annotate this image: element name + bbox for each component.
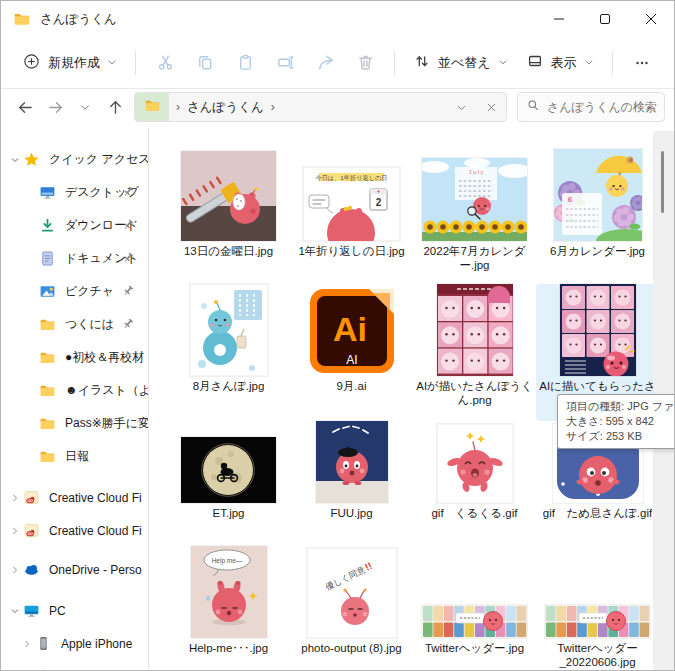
search-input[interactable] — [547, 100, 659, 114]
chevron-right-icon[interactable] — [7, 525, 23, 537]
file-tile[interactable]: FUU.jpg — [290, 421, 413, 546]
rename-button[interactable] — [265, 45, 305, 81]
file-tile[interactable]: ET.jpg — [167, 421, 290, 546]
forward-button[interactable] — [40, 92, 70, 122]
file-thumbnail: 優しく同意!! — [290, 546, 413, 638]
file-name: 2022年7月カレンダー.jpg — [414, 244, 535, 272]
file-name: FUU.jpg — [330, 506, 372, 520]
file-tile[interactable]: Twitterヘッダー.jpg — [413, 546, 536, 671]
breadcrumb-chevron-icon[interactable]: › — [271, 100, 275, 114]
file-tile[interactable]: 今日は、1年折り返しの日21年折り返しの日.jpg — [290, 149, 413, 284]
chevron-down-icon — [584, 55, 594, 70]
back-button[interactable] — [10, 92, 40, 122]
cut-button[interactable] — [145, 45, 185, 81]
file-tile[interactable]: 8月さんぽ.jpg — [167, 284, 290, 421]
sidebar-item-pc[interactable]: PC — [1, 594, 148, 627]
phone-icon — [35, 635, 52, 652]
file-tile[interactable]: J u l y2022年7月カレンダー.jpg — [413, 149, 536, 284]
chevron-down-icon — [107, 55, 117, 70]
sidebar-item-label: Creative Cloud Fi — [49, 491, 142, 505]
address-dropdown-button[interactable] — [446, 93, 476, 121]
chevron-down-icon — [498, 55, 508, 70]
file-tile[interactable]: 66月カレンダー.jpg — [536, 149, 659, 284]
chevron-right-icon[interactable] — [7, 492, 23, 504]
pin-icon[interactable] — [121, 251, 135, 268]
more-button[interactable] — [622, 45, 662, 81]
minimize-button[interactable] — [536, 1, 582, 37]
file-name: ET.jpg — [213, 506, 245, 520]
sidebar-item--[interactable]: つくには — [1, 308, 148, 341]
sidebar-item--[interactable]: ●初校＆再校材 — [1, 341, 148, 374]
delete-button[interactable] — [345, 45, 385, 81]
file-tile[interactable]: AiAI9月.ai — [290, 284, 413, 421]
file-tile[interactable]: Twitterヘッダー_20220606.jpg — [536, 546, 659, 671]
file-thumbnail: 6 — [536, 149, 659, 241]
file-thumbnail — [167, 421, 290, 503]
sidebar-item-apple-iphone[interactable]: Apple iPhone — [1, 627, 148, 660]
breadcrumb[interactable]: さんぽうくん — [187, 99, 264, 116]
pin-icon[interactable] — [121, 317, 135, 334]
chevron-right-icon[interactable] — [7, 564, 23, 576]
file-tile[interactable]: 13日の金曜日.jpg — [167, 149, 290, 284]
sidebar-item--[interactable]: 日報 — [1, 440, 148, 473]
file-tile[interactable]: Help me—Help-me･･･.jpg — [167, 546, 290, 671]
sidebar-item--[interactable]: ダウンロード — [1, 660, 148, 671]
copy-button[interactable] — [185, 45, 225, 81]
cc-icon — [23, 489, 40, 506]
sidebar-item-pass-[interactable]: Pass※勝手に変 — [1, 407, 148, 440]
pin-icon[interactable] — [121, 284, 135, 301]
download-icon — [39, 217, 56, 234]
cc-icon — [23, 522, 40, 539]
chevron-down-icon[interactable] — [7, 605, 23, 617]
search-box[interactable] — [517, 92, 665, 122]
stop-button[interactable] — [476, 93, 506, 121]
sort-button[interactable]: 並べ替え — [404, 45, 517, 80]
recent-locations-button[interactable] — [70, 92, 100, 122]
address-bar[interactable]: › さんぽうくん › — [134, 92, 507, 122]
sidebar-item--[interactable]: デスクトップ — [1, 176, 148, 209]
sidebar-item-label: PC — [49, 604, 66, 618]
file-thumbnail: J u l y — [413, 149, 536, 241]
sidebar-item--[interactable]: ☻イラスト（よけ — [1, 374, 148, 407]
file-tile[interactable]: 優しく同意!!photo-output (8).jpg — [290, 546, 413, 671]
onedrive-icon — [23, 561, 40, 578]
view-box-icon — [526, 52, 544, 73]
pin-icon[interactable] — [121, 218, 135, 235]
sidebar-item-label: ●初校＆再校材 — [65, 349, 144, 366]
file-name: photo-output (8).jpg — [301, 641, 401, 655]
sidebar-item--[interactable]: ドキュメント — [1, 242, 148, 275]
chevron-right-icon[interactable] — [19, 638, 35, 650]
file-name: gif ため息さんぽ.gif — [543, 506, 652, 520]
view-button[interactable]: 表示 — [517, 45, 603, 80]
share-button[interactable] — [305, 45, 345, 81]
file-name: 6月カレンダー.jpg — [550, 244, 645, 258]
file-thumbnail: 今日は、1年折り返しの日2 — [290, 149, 413, 241]
sidebar-item--[interactable]: ピクチャ — [1, 275, 148, 308]
maximize-button[interactable] — [582, 1, 628, 37]
file-tile[interactable]: gif くるくる.gif — [413, 421, 536, 546]
sidebar-item--[interactable]: クイック アクセス — [1, 143, 148, 176]
close-button[interactable] — [628, 1, 674, 37]
chevron-down-icon[interactable] — [7, 154, 23, 166]
sidebar-item--[interactable]: ダウンロード — [1, 209, 148, 242]
sidebar-item-creative-cloud-fi[interactable]: Creative Cloud Fi — [1, 481, 148, 514]
new-button[interactable]: 新規作成 — [13, 45, 126, 81]
file-tile[interactable]: AIが描いたさんぽうくん.png — [413, 284, 536, 421]
up-button[interactable] — [100, 92, 130, 122]
file-name: Twitterヘッダー_20220606.jpg — [537, 641, 658, 669]
new-button-label: 新規作成 — [48, 54, 100, 72]
file-thumbnail — [167, 149, 290, 241]
navigation-bar: › さんぽうくん › — [1, 89, 674, 127]
sidebar-item-creative-cloud-fi[interactable]: Creative Cloud Fi — [1, 514, 148, 547]
sort-arrows-icon — [413, 52, 431, 73]
paste-button[interactable] — [225, 45, 265, 81]
file-name: gif くるくる.gif — [431, 506, 517, 520]
svg-text:Help me—: Help me— — [211, 557, 242, 565]
scrollbar-thumb[interactable] — [661, 151, 664, 213]
sidebar-item-label: Apple iPhone — [61, 637, 132, 651]
file-thumbnail — [167, 284, 290, 376]
pin-icon[interactable] — [121, 185, 135, 202]
file-thumbnail — [536, 284, 659, 376]
explorer-window: さんぽうくん 新規作成 並べ替え 表示 — [0, 0, 675, 671]
sidebar-item-onedrive-perso[interactable]: OneDrive - Perso — [1, 553, 148, 586]
